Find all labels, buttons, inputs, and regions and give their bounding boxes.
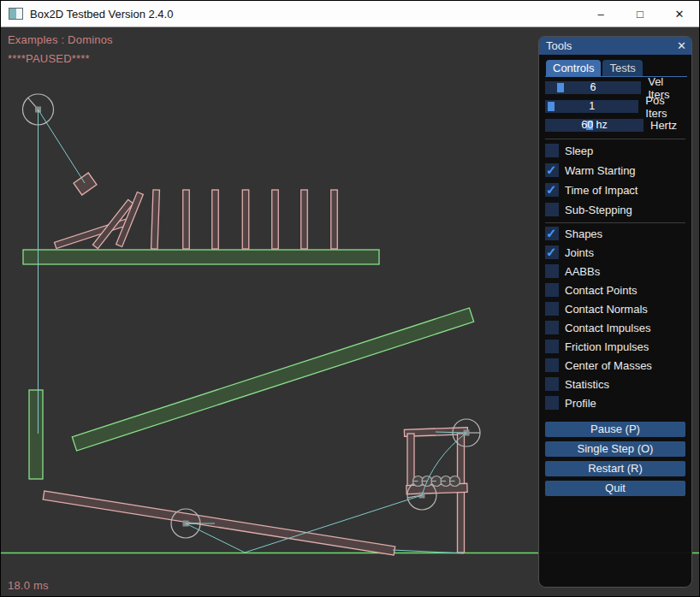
checkbox-label: Contact Points	[565, 284, 638, 297]
slider-value: 60 hz	[545, 119, 644, 132]
paused-label: ****PAUSED****	[8, 52, 90, 65]
action-button-group: Pause (P)Single Step (O)Restart (R)Quit	[545, 422, 687, 496]
domino-platform	[23, 250, 379, 264]
separator	[545, 139, 685, 139]
frame-time-label: 18.0 ms	[8, 579, 49, 592]
checkbox-box[interactable]: ✓	[545, 163, 559, 177]
standing-domino-2	[183, 190, 190, 249]
left-pillar	[29, 390, 43, 479]
checkbox-label: Profile	[565, 397, 596, 410]
quit-button[interactable]: Quit	[545, 481, 685, 496]
pause-p-button[interactable]: Pause (P)	[545, 422, 685, 437]
checkbox-label: Warm Starting	[565, 164, 636, 177]
checkbox-box[interactable]: ✓	[545, 183, 559, 197]
app-window: Box2D Testbed Version 2.4.0 – □ ✕ Exampl…	[0, 0, 700, 597]
checkbox-label: Joints	[565, 246, 594, 259]
standing-domino-6	[301, 190, 308, 249]
os-titlebar[interactable]: Box2D Testbed Version 2.4.0 – □ ✕	[1, 1, 699, 27]
checkbox-center-of-masses[interactable]: Center of Masses	[545, 358, 687, 372]
standing-domino-4	[242, 190, 249, 249]
slider-track[interactable]: 60 hz	[545, 119, 644, 132]
tab-controls[interactable]: Controls	[546, 60, 601, 76]
checkbox-box[interactable]	[545, 203, 559, 216]
checkbox-contact-points[interactable]: Contact Points	[545, 283, 687, 297]
joint-line-2	[39, 109, 86, 183]
checkbox-box[interactable]: ✓	[545, 227, 559, 240]
solver-checkbox-group: Sleep✓Warm Starting✓Time of ImpactSub-St…	[545, 144, 687, 216]
slider-label: Pos Iters	[645, 94, 687, 120]
window-title: Box2D Testbed Version 2.4.0	[30, 8, 173, 21]
checkbox-label: Shapes	[565, 228, 602, 240]
checkbox-box[interactable]	[545, 358, 559, 372]
standing-domino-5	[272, 190, 279, 249]
minimize-button[interactable]: –	[581, 1, 620, 27]
tools-panel: Tools ✕ ControlsTests 6Vel Iters1Pos Ite…	[538, 36, 692, 588]
panel-close-icon[interactable]: ✕	[677, 39, 686, 52]
example-label: Examples : Dominos	[8, 33, 113, 46]
checkbox-box[interactable]	[545, 321, 559, 334]
checkbox-label: AABBs	[565, 265, 600, 278]
check-icon: ✓	[546, 226, 557, 241]
checkbox-label: Contact Impulses	[565, 322, 650, 334]
slider-track[interactable]: 6	[545, 81, 641, 94]
single-step-o-button[interactable]: Single Step (O)	[545, 441, 685, 457]
slider-value: 6	[545, 81, 641, 94]
slider-track[interactable]: 1	[545, 100, 638, 113]
checkbox-shapes[interactable]: ✓Shapes	[545, 227, 687, 240]
frame-right-post	[458, 434, 465, 553]
seesaw-plank	[43, 491, 394, 555]
check-icon: ✓	[546, 182, 557, 198]
check-icon: ✓	[546, 245, 557, 260]
checkbox-box[interactable]	[545, 340, 559, 353]
checkbox-box[interactable]: ✓	[545, 245, 559, 259]
checkbox-label: Sub-Stepping	[565, 204, 632, 216]
checkbox-box[interactable]	[545, 377, 559, 391]
slider-group: 6Vel Iters1Pos Iters60 hzHertz	[545, 81, 687, 132]
checkbox-aabbs[interactable]: AABBs	[545, 264, 687, 278]
checkbox-label: Contact Normals	[565, 303, 648, 316]
app-icon	[9, 8, 23, 20]
maximize-button[interactable]: □	[620, 1, 660, 27]
draw-checkbox-group: ✓Shapes✓JointsAABBsContact PointsContact…	[545, 227, 687, 410]
checkbox-statistics[interactable]: Statistics	[545, 377, 687, 391]
checkbox-label: Sleep	[565, 145, 593, 157]
standing-domino-1	[151, 190, 160, 249]
checkbox-label: Friction Impulses	[565, 340, 649, 353]
tab-tests[interactable]: Tests	[602, 60, 642, 76]
slider-row-vel-iters: 6Vel Iters	[545, 81, 687, 94]
checkbox-joints[interactable]: ✓Joints	[545, 245, 687, 259]
checkbox-contact-impulses[interactable]: Contact Impulses	[545, 321, 687, 334]
close-button[interactable]: ✕	[660, 1, 699, 27]
standing-domino-3	[212, 190, 219, 249]
slider-label: Hertz	[650, 119, 677, 132]
separator	[545, 222, 685, 223]
checkbox-time-of-impact[interactable]: ✓Time of Impact	[545, 183, 687, 197]
checkbox-label: Center of Masses	[565, 359, 652, 372]
slider-row-pos-iters: 1Pos Iters	[545, 100, 687, 113]
checkbox-box[interactable]	[545, 396, 559, 410]
checkbox-sub-stepping[interactable]: Sub-Stepping	[545, 203, 687, 216]
checkbox-profile[interactable]: Profile	[545, 396, 687, 410]
check-icon: ✓	[546, 163, 557, 178]
checkbox-contact-normals[interactable]: Contact Normals	[545, 302, 687, 316]
checkbox-sleep[interactable]: Sleep	[545, 144, 687, 157]
checkbox-box[interactable]	[545, 264, 559, 278]
checkbox-label: Statistics	[565, 378, 609, 391]
tools-panel-titlebar[interactable]: Tools ✕	[539, 37, 691, 55]
slider-value: 1	[545, 100, 638, 113]
checkbox-box[interactable]	[545, 302, 559, 316]
checkbox-box[interactable]	[545, 283, 559, 297]
checkbox-friction-impulses[interactable]: Friction Impulses	[545, 340, 687, 353]
slider-row-hertz: 60 hzHertz	[545, 119, 687, 132]
tools-panel-title: Tools	[546, 39, 572, 52]
standing-domino-7	[331, 190, 338, 249]
tools-panel-body: ControlsTests 6Vel Iters1Pos Iters60 hzH…	[539, 55, 691, 587]
restart-r-button[interactable]: Restart (R)	[545, 461, 685, 476]
checkbox-box[interactable]	[545, 144, 559, 157]
checkbox-warm-starting[interactable]: ✓Warm Starting	[545, 163, 687, 177]
pendulum-bob	[74, 173, 97, 195]
checkbox-label: Time of Impact	[565, 184, 638, 197]
